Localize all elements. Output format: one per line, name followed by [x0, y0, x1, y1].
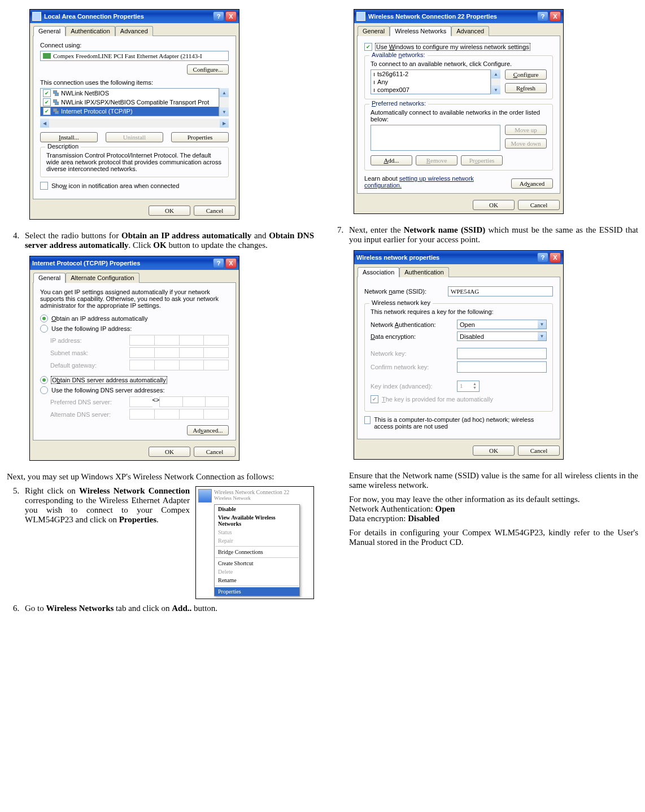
advanced-button[interactable]: Advanced... — [187, 425, 229, 435]
tab-advanced[interactable]: Advanced — [115, 26, 153, 36]
window-title: Wireless Network Connection 22 Propertie… — [368, 13, 497, 20]
radio-obtain-ip[interactable] — [40, 315, 48, 322]
menu-repair: Repair — [215, 536, 299, 545]
tab-advanced[interactable]: Advanced — [451, 26, 489, 36]
tab-association[interactable]: Association — [358, 267, 399, 277]
refresh-button[interactable]: Refresh — [505, 83, 547, 93]
learn-text: Learn about setting up wireless network … — [364, 175, 505, 189]
subnet-field — [129, 347, 229, 358]
movedown-button: Move down — [505, 138, 547, 149]
help-button[interactable]: ? — [537, 11, 548, 21]
install-button[interactable]: Install... — [40, 132, 98, 142]
checkbox-icon[interactable]: ✔ — [43, 98, 51, 106]
antenna-icon: ı — [373, 78, 375, 85]
menu-bridge[interactable]: Bridge Connections — [215, 548, 299, 556]
ok-button[interactable]: OK — [149, 447, 190, 457]
key-index-spinner: 1▲▼ — [457, 381, 480, 392]
chevron-down-icon: ▼ — [538, 320, 546, 329]
network-icon — [356, 12, 365, 21]
step-4: Select the radio buttons for Obtain an I… — [21, 231, 314, 250]
checkbox-icon[interactable]: ✔ — [43, 107, 51, 115]
tab-authentication[interactable]: Authentication — [399, 267, 449, 277]
ok-button[interactable]: OK — [473, 446, 515, 456]
tab-general[interactable]: General — [358, 26, 390, 36]
moveup-button: Move up — [505, 125, 547, 135]
cancel-button[interactable]: Cancel — [518, 200, 560, 210]
adhoc-checkbox[interactable] — [364, 416, 371, 424]
use-windows-checkbox[interactable]: ✔ — [364, 43, 372, 51]
tcpip-properties-dialog: Internet Protocol (TCP/IP) Properties ? … — [29, 256, 239, 461]
close-button[interactable]: X — [550, 11, 561, 21]
menu-view-networks[interactable]: View Available Wireless Networks — [215, 513, 299, 528]
adapter-icon — [43, 53, 51, 59]
gateway-field — [129, 360, 229, 370]
enc-select[interactable]: Disabled▼ — [457, 331, 547, 341]
tab-authentication[interactable]: Authentication — [66, 26, 115, 36]
available-list[interactable]: ıts26g611-2 ıAny ıcompex007 — [371, 69, 491, 94]
menu-disable[interactable]: Disable — [215, 505, 299, 513]
instruction-list: Go to Wireless Networks tab and click on… — [7, 604, 314, 613]
menu-rename[interactable]: Rename — [215, 576, 299, 584]
radio-use-ip[interactable] — [40, 325, 48, 333]
antenna-icon: ı — [373, 86, 375, 93]
ok-button[interactable]: OK — [149, 206, 190, 216]
pdns-field: <> — [129, 396, 229, 407]
chevron-down-icon: ▼ — [538, 332, 546, 340]
learn-link[interactable]: setting up wireless network configuratio… — [364, 175, 474, 189]
tab-alternate[interactable]: Alternate Configuration — [66, 273, 140, 283]
radio-obtain-dns[interactable] — [40, 376, 48, 384]
configure-button[interactable]: Configure... — [187, 64, 229, 75]
close-button[interactable]: X — [550, 252, 561, 263]
items-list[interactable]: ✔NWLink NetBIOS ✔NWLink IPX/SPX/NetBIOS … — [40, 88, 219, 116]
menu-properties[interactable]: Properties — [215, 587, 299, 596]
instruction-list: Right click on Wireless Network Connecti… — [7, 486, 190, 530]
close-button[interactable]: X — [225, 11, 237, 21]
items-label: This connection uses the following items… — [40, 79, 229, 86]
help-button[interactable]: ? — [537, 252, 548, 263]
lan-properties-dialog: Local Area Connection Properties ? X Gen… — [29, 9, 239, 220]
instruction-list: Select the radio buttons for Obtain an I… — [7, 231, 314, 250]
preferred-networks-title: Preferred networks: — [369, 100, 428, 107]
preferred-list[interactable] — [371, 125, 500, 151]
show-icon-checkbox[interactable] — [40, 182, 48, 190]
menu-shortcut[interactable]: Create Shortcut — [215, 559, 299, 567]
auth-select[interactable]: Open▼ — [457, 320, 547, 329]
ok-button[interactable]: OK — [473, 200, 515, 210]
advanced-button[interactable]: Advanced — [511, 178, 553, 189]
tab-general[interactable]: General — [33, 273, 66, 283]
available-text: To connect to an available network, clic… — [371, 60, 547, 67]
vertical-scrollbar[interactable]: ▲▼ — [491, 69, 500, 94]
radio-use-dns[interactable] — [40, 386, 48, 394]
properties-button[interactable]: Properties — [171, 132, 229, 142]
cancel-button[interactable]: Cancel — [194, 206, 236, 216]
tail-p2: For now, you may leave the other informa… — [349, 495, 638, 523]
context-menu-screenshot: Wireless Network Connection 22 Wireless … — [195, 486, 314, 599]
step-5: Right click on Wireless Network Connecti… — [21, 486, 190, 525]
window-title: Internet Protocol (TCP/IP) Properties — [32, 260, 140, 267]
instruction-list: Next, enter the Network name (SSID) whic… — [331, 225, 638, 245]
tab-general[interactable]: General — [33, 26, 66, 36]
help-button[interactable]: ? — [213, 258, 224, 268]
ssid-label: Network name (SSID): — [364, 288, 443, 295]
show-icon-label: Show icon in notification area when conn… — [51, 182, 179, 189]
step-7: Next, enter the Network name (SSID) whic… — [346, 225, 638, 245]
tail-p3: For details in configuring your Compex W… — [349, 528, 638, 547]
tab-wireless-networks[interactable]: Wireless Networks — [390, 26, 451, 36]
help-button[interactable]: ? — [213, 11, 224, 21]
vertical-scrollbar[interactable]: ▲▼ — [219, 88, 229, 116]
confirm-key-input — [457, 361, 547, 373]
ssid-input[interactable]: WPE54AG — [448, 286, 553, 296]
close-button[interactable]: X — [225, 258, 237, 268]
menu-delete: Delete — [215, 567, 299, 576]
checkbox-icon[interactable]: ✔ — [43, 89, 51, 97]
title-bar: Wireless network properties ? X — [354, 251, 563, 264]
configure-button[interactable]: Configure — [505, 69, 547, 80]
cancel-button[interactable]: Cancel — [194, 447, 236, 457]
horizontal-scrollbar[interactable]: ◀▶ — [40, 119, 229, 128]
protocol-icon — [53, 108, 59, 114]
cancel-button[interactable]: Cancel — [518, 446, 560, 456]
wireless-icon — [198, 489, 212, 503]
description-text: Transmission Control Protocol/Internet P… — [46, 152, 223, 172]
add-button[interactable]: Add... — [371, 155, 412, 165]
antenna-icon: ı — [373, 71, 375, 77]
